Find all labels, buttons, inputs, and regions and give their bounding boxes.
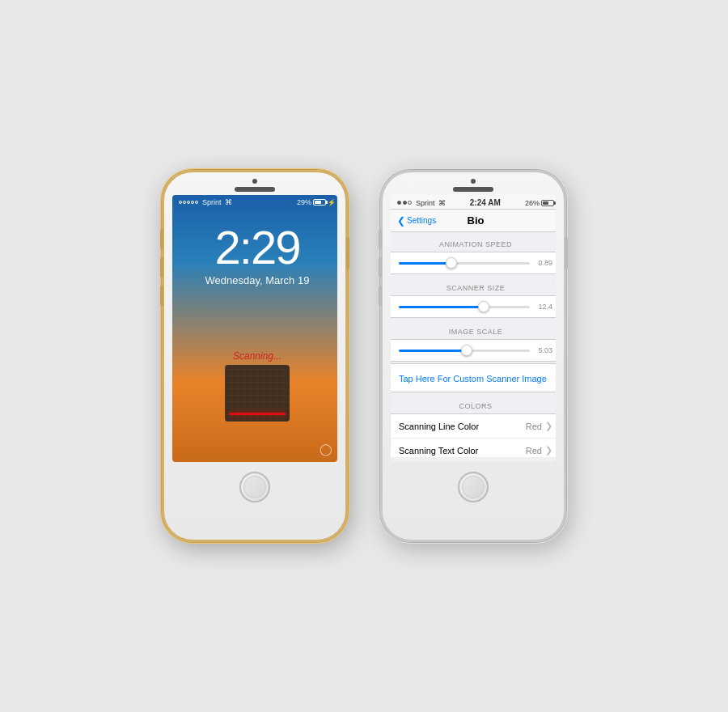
battery-area: 29% ⚡	[297, 198, 336, 206]
settings-battery-percent: 26%	[525, 199, 540, 207]
scan-line	[229, 413, 286, 415]
settings-carrier-name: Sprint	[416, 199, 435, 207]
animation-speed-header: ANIMATION SPEED	[391, 232, 556, 252]
right-phone: Sprint ⌘ 2:24 AM 26% ❮ Settin	[380, 170, 566, 542]
scanning-line-color-value: Red	[526, 422, 542, 431]
signal-circle-1	[397, 201, 401, 205]
scanning-line-chevron-icon: ❯	[545, 421, 552, 431]
image-scale-header: IMAGE SCALE	[391, 320, 556, 339]
right-side-button-2[interactable]	[565, 237, 568, 269]
signal-circles	[397, 201, 412, 205]
lock-status-bar: Sprint ⌘ 29% ⚡	[172, 195, 337, 208]
volume-down-button[interactable]	[160, 286, 163, 306]
front-camera-right	[471, 179, 476, 184]
scanning-line-color-row[interactable]: Scanning Line Color Red ❯	[391, 414, 556, 438]
scanning-text: Scanning...	[233, 350, 281, 362]
charging-icon: ⚡	[328, 199, 336, 206]
signal-dot-2	[183, 201, 186, 204]
back-chevron-icon: ❮	[397, 215, 405, 227]
scanner-area: Scanning...	[225, 350, 290, 422]
phones-container: Sprint ⌘ 29% ⚡ 2:29 Wednesday, March 19	[162, 170, 566, 542]
slider-track-1	[399, 262, 530, 265]
home-button[interactable]	[239, 472, 270, 502]
image-scale-slider-row: 5.03	[391, 340, 556, 361]
settings-battery-area: 26%	[525, 199, 554, 207]
settings-battery-icon	[541, 200, 554, 206]
settings-status-bar: Sprint ⌘ 2:24 AM 26%	[391, 195, 556, 210]
settings-time: 2:24 AM	[470, 198, 501, 207]
slider-fill-1	[399, 262, 451, 265]
mute-switch[interactable]	[160, 229, 163, 249]
volume-up-button-2[interactable]	[379, 257, 382, 278]
wifi-icon: ⌘	[225, 198, 232, 206]
right-side-button[interactable]	[346, 237, 349, 269]
image-scale-value: 5.03	[535, 346, 552, 354]
scanner-size-header: SCANNER SIZE	[391, 276, 556, 295]
scanning-line-color-value-area: Red ❯	[526, 421, 552, 431]
slider-fill-2	[399, 306, 484, 308]
scanner-size-group: 12.4	[391, 295, 556, 318]
lock-date: Wednesday, March 19	[172, 274, 337, 286]
image-scale-slider[interactable]: 5.03	[399, 346, 552, 354]
volume-down-button-2[interactable]	[379, 286, 382, 306]
animation-speed-group: 0.89	[391, 252, 556, 274]
colors-group: Scanning Line Color Red ❯ Scanning Text …	[391, 413, 556, 457]
settings-battery-fill	[543, 201, 548, 205]
animation-speed-slider-row: 0.89	[391, 252, 556, 273]
speaker-grille-right	[453, 187, 493, 192]
slider-thumb-1[interactable]	[446, 257, 457, 269]
scanning-line-color-label: Scanning Line Color	[399, 422, 479, 431]
tap-link-row[interactable]: Tap Here For Custom Scanner Image	[391, 363, 556, 392]
phone-top-bar	[164, 172, 345, 192]
signal-dot-1	[179, 201, 182, 204]
mute-switch-2[interactable]	[379, 229, 382, 249]
home-button-right[interactable]	[458, 472, 489, 502]
tap-link-text[interactable]: Tap Here For Custom Scanner Image	[399, 374, 547, 384]
volume-up-button[interactable]	[160, 257, 163, 278]
lock-screen: Sprint ⌘ 29% ⚡ 2:29 Wednesday, March 19	[172, 195, 337, 462]
camera-icon[interactable]: ◯	[320, 443, 332, 456]
scanner-size-slider[interactable]: 12.4	[399, 303, 552, 311]
slider-fill-3	[399, 350, 467, 352]
slider-thumb-2[interactable]	[478, 301, 489, 312]
scanning-text-color-label: Scanning Text Color	[399, 446, 478, 456]
slider-thumb-3[interactable]	[461, 345, 472, 356]
scanning-text-color-value-area: Red ❯	[526, 445, 552, 456]
settings-screen: Sprint ⌘ 2:24 AM 26% ❮ Settin	[391, 195, 556, 462]
nav-bar: ❮ Settings Bio	[391, 210, 556, 232]
animation-speed-slider[interactable]: 0.89	[399, 259, 552, 267]
image-scale-group: 5.03	[391, 339, 556, 362]
left-phone: Sprint ⌘ 29% ⚡ 2:29 Wednesday, March 19	[162, 170, 348, 542]
home-button-inner	[243, 476, 266, 498]
home-button-area	[164, 465, 345, 511]
signal-circle-3	[408, 201, 412, 205]
signal-dot-4	[191, 201, 194, 204]
settings-wifi-icon: ⌘	[438, 199, 446, 207]
phone-top-bar-right	[383, 172, 564, 192]
nav-title: Bio	[468, 214, 485, 227]
signal-dots	[179, 201, 198, 204]
scanner-box	[225, 365, 290, 422]
scanning-text-color-row[interactable]: Scanning Text Color Red ❯	[391, 438, 556, 457]
back-label[interactable]: Settings	[407, 216, 436, 225]
front-camera	[252, 179, 257, 184]
battery-icon	[313, 199, 326, 206]
slider-track-3	[399, 350, 530, 352]
signal-dot-5	[195, 201, 198, 204]
battery-fill	[315, 201, 321, 204]
signal-dot-3	[187, 201, 190, 204]
scanner-size-slider-row: 12.4	[391, 296, 556, 317]
colors-header: COLORS	[391, 394, 556, 413]
lock-time-section: 2:29 Wednesday, March 19	[172, 208, 337, 286]
home-button-inner-right	[462, 476, 485, 498]
battery-percent: 29%	[297, 198, 311, 206]
back-button[interactable]: ❮ Settings	[397, 215, 436, 227]
scanning-text-chevron-icon: ❯	[545, 445, 552, 456]
settings-content: ANIMATION SPEED 0.89	[391, 232, 556, 457]
animation-speed-value: 0.89	[535, 259, 552, 267]
speaker-grille	[235, 187, 275, 192]
scanner-size-value: 12.4	[535, 303, 552, 311]
carrier-area: Sprint ⌘	[179, 198, 232, 206]
home-button-area-right	[383, 465, 564, 511]
carrier-name: Sprint	[202, 198, 222, 206]
